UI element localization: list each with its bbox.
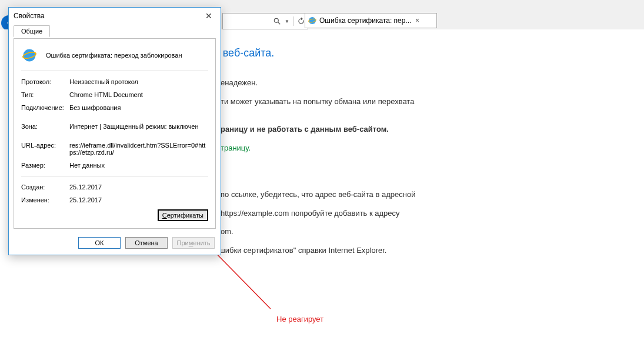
annotation-text: Не реагирует bbox=[276, 315, 323, 323]
label-zone: Зона: bbox=[21, 123, 69, 130]
separator bbox=[21, 176, 208, 176]
tab-title: Ошибка сертификата: пер... bbox=[319, 16, 411, 25]
page-close-link: траницу. bbox=[221, 142, 612, 154]
ok-button[interactable]: ОК bbox=[78, 237, 121, 249]
label-url: URL-адрес: bbox=[21, 142, 69, 156]
separator bbox=[293, 16, 293, 26]
properties-dialog: Свойства ✕ Общие Ошибка сертификата: пер… bbox=[8, 7, 221, 255]
page-line-3: раницу и не работать с данным веб-сайтом… bbox=[221, 124, 612, 135]
value-zone: Интернет | Защищенный режим: выключен bbox=[69, 123, 208, 130]
address-bar[interactable]: ▼ bbox=[222, 13, 308, 29]
label-size: Размер: bbox=[21, 162, 69, 169]
panel-button-row: Сертификаты bbox=[21, 209, 208, 221]
dialog-title: Свойства bbox=[14, 12, 45, 20]
properties-grid: Протокол: Неизвестный протокол Тип: Chro… bbox=[21, 78, 208, 203]
search-icon[interactable] bbox=[273, 17, 281, 25]
page-line-4: по ссылке, убедитесь, что адрес веб-сайт… bbox=[221, 189, 612, 201]
label-protocol: Протокол: bbox=[21, 78, 69, 85]
dialog-footer: ОК Отмена Применить bbox=[9, 233, 221, 255]
tab-general[interactable]: Общие bbox=[14, 25, 50, 37]
refresh-icon[interactable] bbox=[297, 17, 305, 25]
page-line-1: енадежен. bbox=[221, 77, 612, 89]
page-line-5b: om. bbox=[221, 226, 612, 238]
certificates-label: ертификаты bbox=[167, 212, 203, 219]
ie-icon bbox=[21, 47, 38, 64]
dialog-doc-title: Ошибка сертификата: переход заблокирован bbox=[46, 52, 182, 59]
label-created: Создан: bbox=[21, 183, 69, 191]
dialog-panel: Ошибка сертификата: переход заблокирован… bbox=[14, 38, 216, 229]
svg-point-0 bbox=[274, 18, 278, 22]
value-protocol: Неизвестный протокол bbox=[69, 78, 208, 85]
value-created: 25.12.2017 bbox=[69, 183, 208, 191]
tab-close-button[interactable]: × bbox=[413, 16, 421, 25]
label-type: Тип: bbox=[21, 91, 69, 98]
dialog-tabset: Общие bbox=[14, 25, 216, 38]
dialog-header-row: Ошибка сертификата: переход заблокирован bbox=[21, 45, 208, 71]
certificates-button[interactable]: Сертификаты bbox=[158, 209, 208, 221]
label-modified: Изменен: bbox=[21, 196, 69, 203]
value-modified: 25.12.2017 bbox=[69, 196, 208, 203]
value-connection: Без шифрования bbox=[69, 104, 208, 111]
close-page-link[interactable]: траницу. bbox=[221, 144, 251, 152]
dialog-titlebar[interactable]: Свойства ✕ bbox=[9, 8, 221, 24]
browser-tab[interactable]: Ошибка сертификата: пер... × bbox=[305, 13, 437, 28]
dropdown-icon[interactable]: ▼ bbox=[285, 19, 289, 24]
tab-strip: Ошибка сертификата: пер... × bbox=[305, 13, 437, 28]
svg-point-6 bbox=[24, 49, 36, 62]
page-line-5a: https://example.com попробуйте добавить … bbox=[221, 208, 612, 219]
apply-button: Применить bbox=[172, 237, 215, 249]
page-line-2: ти может указывать на попытку обмана или… bbox=[221, 96, 612, 108]
cancel-button[interactable]: Отмена bbox=[125, 237, 168, 249]
svg-point-2 bbox=[309, 17, 316, 24]
value-url: res://ieframe.dll/invalidcert.htm?SSLErr… bbox=[69, 142, 208, 156]
value-size: Нет данных bbox=[69, 162, 208, 169]
ie-icon bbox=[308, 16, 317, 25]
dialog-close-button[interactable]: ✕ bbox=[202, 11, 216, 21]
svg-line-1 bbox=[278, 22, 281, 25]
value-type: Chrome HTML Document bbox=[69, 91, 208, 98]
label-connection: Подключение: bbox=[21, 104, 69, 111]
